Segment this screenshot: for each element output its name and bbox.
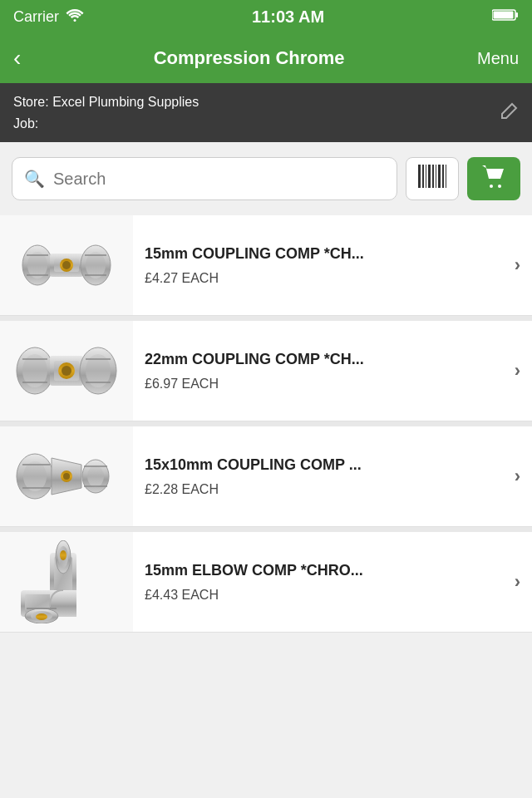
page-title: Compression Chrome — [154, 47, 345, 69]
barcode-button[interactable] — [406, 157, 459, 200]
search-area: 🔍 — [0, 142, 532, 215]
svg-point-43 — [87, 466, 104, 487]
product-image-elbow-15mm — [0, 532, 133, 632]
svg-point-40 — [23, 461, 47, 491]
svg-point-13 — [490, 185, 493, 188]
svg-point-14 — [498, 185, 501, 188]
product-name: 15mm ELBOW COMP *CHRO... — [145, 561, 503, 580]
svg-rect-3 — [494, 11, 514, 18]
product-name: 15mm COUPLING COMP *CH... — [145, 244, 503, 264]
product-image-22mm-coupling — [0, 321, 133, 421]
svg-rect-12 — [446, 165, 446, 188]
product-price: £6.97 EACH — [145, 377, 503, 392]
svg-point-45 — [63, 473, 70, 480]
product-price: £2.28 EACH — [145, 482, 503, 497]
product-item[interactable]: 15mm COUPLING COMP *CH... £4.27 EACH › — [0, 215, 532, 316]
search-icon: 🔍 — [24, 169, 45, 189]
store-bar: Store: Excel Plumbing Supplies Job: — [0, 83, 532, 142]
product-item[interactable]: 15x10mm COUPLING COMP ... £2.28 EACH › — [0, 421, 532, 527]
svg-point-22 — [62, 261, 71, 269]
svg-point-16 — [27, 252, 47, 278]
job-label: Job: — [13, 113, 199, 135]
wifi-icon — [66, 8, 84, 26]
svg-point-20 — [86, 252, 106, 278]
chevron-right-icon: › — [515, 360, 532, 382]
product-details: 15mm COUPLING COMP *CH... £4.27 EACH — [133, 229, 515, 300]
search-wrapper: 🔍 — [12, 157, 397, 200]
battery-icon — [492, 8, 519, 26]
cart-button[interactable] — [467, 157, 520, 200]
svg-rect-10 — [438, 165, 441, 188]
product-details: 15mm ELBOW COMP *CHRO... £4.43 EACH — [133, 546, 515, 617]
barcode-icon — [416, 163, 448, 195]
svg-rect-8 — [432, 165, 434, 188]
product-price: £4.27 EACH — [145, 271, 503, 286]
chevron-right-icon: › — [515, 466, 532, 487]
product-name: 22mm COUPLING COMP *CH... — [145, 350, 503, 369]
product-image-reducer-coupling — [0, 426, 133, 526]
product-item[interactable]: 15mm ELBOW COMP *CHRO... £4.43 EACH › — [0, 527, 532, 633]
svg-rect-4 — [418, 165, 421, 188]
product-details: 22mm COUPLING COMP *CH... £6.97 EACH — [133, 335, 515, 406]
chevron-right-icon: › — [515, 571, 532, 593]
nav-bar: ‹ Compression Chrome Menu — [0, 33, 532, 83]
menu-button[interactable]: Menu — [477, 49, 519, 68]
svg-point-60 — [60, 550, 66, 560]
svg-point-0 — [74, 19, 76, 22]
status-bar: Carrier 11:03 AM — [0, 0, 532, 33]
search-input[interactable] — [53, 170, 385, 189]
product-item[interactable]: 22mm COUPLING COMP *CH... £6.97 EACH › — [0, 316, 532, 421]
chevron-right-icon: › — [515, 254, 532, 276]
svg-rect-11 — [442, 165, 444, 188]
svg-rect-7 — [428, 165, 431, 188]
svg-rect-9 — [436, 165, 436, 188]
svg-rect-5 — [422, 165, 424, 188]
svg-point-34 — [62, 366, 71, 376]
carrier-label: Carrier — [13, 8, 59, 26]
status-time: 11:03 AM — [252, 7, 324, 26]
svg-point-59 — [36, 613, 47, 620]
edit-icon[interactable] — [500, 101, 519, 124]
cart-icon — [480, 164, 507, 195]
store-name: Store: Excel Plumbing Supplies — [13, 91, 199, 113]
product-image-15mm-coupling — [0, 215, 133, 315]
product-name: 15x10mm COUPLING COMP ... — [145, 456, 503, 475]
back-button[interactable]: ‹ — [13, 45, 21, 71]
svg-rect-6 — [426, 165, 426, 188]
product-list: 15mm COUPLING COMP *CH... £4.27 EACH › — [0, 215, 532, 633]
svg-rect-2 — [516, 12, 519, 17]
product-price: £4.43 EACH — [145, 588, 503, 603]
product-details: 15x10mm COUPLING COMP ... £2.28 EACH — [133, 441, 515, 511]
